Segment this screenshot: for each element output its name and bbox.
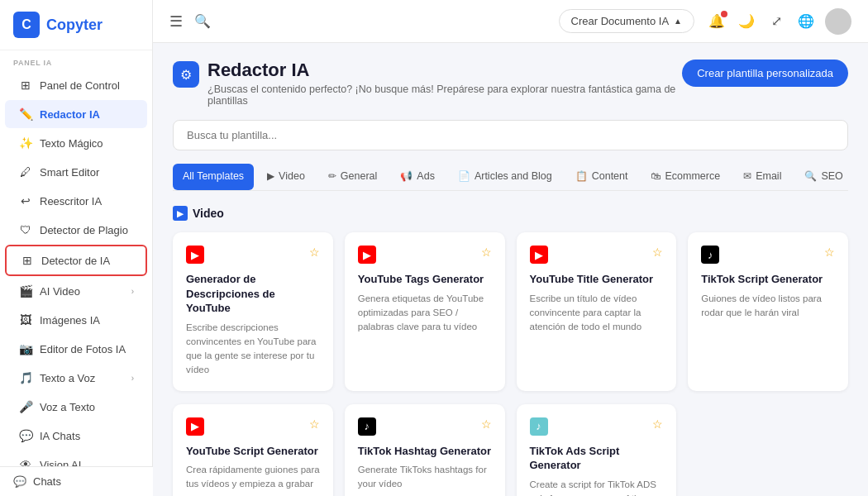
card-desc-tiktok-script: Guiones de vídeo listos para rodar que l… [701, 292, 835, 321]
topbar-search-icon[interactable]: 🔍 [194, 13, 211, 29]
sidebar-label-ia-chats: IA Chats [40, 430, 134, 442]
sidebar-items: ⊞ Panel de Control ✏️ Redactor IA ✨ Text… [0, 70, 152, 479]
card-tiktok-script[interactable]: ♪ ☆ TikTok Script Generator Guiones de v… [688, 232, 848, 391]
user-avatar[interactable] [825, 8, 851, 35]
sidebar-icon-ia-chats: 💬 [18, 428, 33, 443]
sidebar-item-texto-magico[interactable]: ✨ Texto Mágico [5, 129, 147, 157]
sidebar-icon-texto-voz: 🎵 [18, 370, 33, 385]
star-icon-yt-desc[interactable]: ☆ [309, 246, 320, 259]
sidebar-label-texto-magico: Texto Mágico [40, 137, 134, 150]
sidebar-label-editor-fotos: Editor de Fotos IA [40, 343, 134, 355]
sidebar: C Copyter PANEL IA ⊞ Panel de Control ✏️… [0, 0, 153, 496]
cards-row2: ▶ ☆ YouTube Script Generator Crea rápida… [173, 404, 848, 496]
tab-email[interactable]: ✉ Email [733, 164, 791, 190]
tabs-container: All Templates ▶ Video ✏ General 📢 Ads 📄 … [173, 164, 848, 191]
sidebar-item-detector-plagio[interactable]: 🛡 Detector de Plagio [5, 216, 147, 244]
notifications-button[interactable]: 🔔 [703, 7, 731, 36]
tab-ecommerce[interactable]: 🛍 Ecommerce [641, 164, 730, 190]
sidebar-icon-redactor-ia: ✏️ [18, 107, 33, 122]
card-yt-script[interactable]: ▶ ☆ YouTube Script Generator Crea rápida… [173, 404, 333, 496]
sidebar-item-smart-editor[interactable]: 🖊 Smart Editor [5, 158, 147, 186]
tab-label-ads: Ads [417, 170, 435, 182]
arrow-icon-ai-video: › [131, 287, 134, 296]
sidebar-item-imagenes-ia[interactable]: 🖼 Imágenes IA [5, 306, 147, 334]
sidebar-icon-panel-control: ⊞ [18, 78, 33, 93]
star-icon-yt-tags[interactable]: ☆ [481, 246, 492, 259]
star-icon-tiktok-ads[interactable]: ☆ [652, 417, 663, 431]
crear-plantilla-button[interactable]: Crear plantilla personalizada [682, 60, 848, 87]
card-tiktok-ads[interactable]: ♪ ☆ TikTok Ads Script Generator Create a… [517, 404, 677, 496]
sidebar-item-voz-texto[interactable]: 🎤 Voz a Texto [5, 393, 147, 421]
tab-articles[interactable]: 📄 Articles and Blog [448, 164, 562, 190]
sidebar-label-detector-plagio: Detector de Plagio [40, 224, 134, 236]
tab-icon-video: ▶ [267, 170, 274, 182]
sidebar-item-ai-video[interactable]: 🎬 AI Video › [5, 277, 147, 305]
card-tiktok-hashtag[interactable]: ♪ ☆ TikTok Hashtag Generator Generate Ti… [345, 404, 505, 496]
platform-icon-yt-script: ▶ [186, 417, 204, 436]
card-title-tiktok-ads: TikTok Ads Script Generator [530, 444, 664, 473]
tab-icon-general: ✏ [328, 170, 336, 182]
chats-tab[interactable]: 💬 Chats [0, 466, 153, 496]
card-header-yt-script: ▶ ☆ [186, 417, 320, 436]
content: ⚙ Redactor IA ¿Buscas el contenido perfe… [153, 43, 868, 496]
card-title-tiktok-script: TikTok Script Generator [701, 272, 835, 287]
star-icon-tiktok-script[interactable]: ☆ [824, 246, 835, 259]
fullscreen-button[interactable]: ⤢ [762, 7, 790, 36]
redactor-info: Redactor IA ¿Buscas el contenido perfect… [207, 60, 682, 107]
card-title-yt-desc: Generador de Descripciones de YouTube [186, 272, 320, 316]
star-icon-tiktok-hashtag[interactable]: ☆ [481, 417, 492, 431]
create-doc-button[interactable]: Crear Documento IA ▲ [559, 9, 694, 33]
sidebar-item-editor-fotos[interactable]: 📷 Editor de Fotos IA [5, 335, 147, 363]
sidebar-logo: C Copyter [0, 0, 152, 50]
star-icon-yt-script[interactable]: ☆ [309, 417, 320, 431]
tab-ads[interactable]: 📢 Ads [390, 164, 445, 190]
sidebar-label-imagenes-ia: Imágenes IA [40, 314, 134, 327]
card-title-tiktok-hashtag: TikTok Hashtag Generator [358, 444, 492, 459]
video-section-icon: ▶ [173, 206, 188, 221]
chats-icon: 💬 [13, 475, 26, 488]
sidebar-item-panel-control[interactable]: ⊞ Panel de Control [5, 71, 147, 99]
sidebar-icon-ai-video: 🎬 [18, 284, 33, 298]
redactor-header: ⚙ Redactor IA ¿Buscas el contenido perfe… [173, 60, 848, 107]
card-yt-desc[interactable]: ▶ ☆ Generador de Descripciones de YouTub… [173, 232, 333, 391]
search-input[interactable] [187, 129, 834, 141]
menu-icon[interactable]: ☰ [169, 12, 183, 31]
sidebar-icon-detector-plagio: 🛡 [18, 222, 33, 237]
sidebar-item-detector-ia[interactable]: ⊞ Detector de IA [5, 245, 147, 276]
tab-seo[interactable]: 🔍 SEO [794, 164, 848, 190]
tab-label-general: General [341, 170, 377, 182]
platform-icon-tiktok-ads: ♪ [530, 417, 548, 436]
sidebar-item-redactor-ia[interactable]: ✏️ Redactor IA [5, 100, 147, 128]
card-yt-title[interactable]: ▶ ☆ YouTube Title Generator Escribe un t… [517, 232, 677, 391]
tab-general[interactable]: ✏ General [318, 164, 387, 190]
tab-label-ecommerce: Ecommerce [665, 170, 720, 182]
video-section-label: Video [193, 207, 224, 220]
star-icon-yt-title[interactable]: ☆ [652, 246, 663, 259]
tab-content[interactable]: 📋 Content [565, 164, 638, 190]
card-desc-yt-tags: Genera etiquetas de YouTube optimizadas … [358, 292, 492, 335]
moon-icon-button[interactable]: 🌙 [732, 7, 761, 36]
chats-label: Chats [33, 475, 61, 488]
platform-icon-yt-desc: ▶ [186, 246, 204, 264]
tab-video[interactable]: ▶ Video [257, 164, 315, 190]
card-title-yt-title: YouTube Title Generator [530, 272, 664, 287]
card-title-yt-tags: YouTube Tags Generator [358, 272, 492, 287]
tab-all[interactable]: All Templates [173, 164, 254, 190]
sidebar-item-texto-voz[interactable]: 🎵 Texto a Voz › [5, 364, 147, 392]
sidebar-section-label: PANEL IA [0, 50, 152, 70]
tab-label-video: Video [279, 170, 305, 182]
tab-label-all: All Templates [183, 170, 244, 182]
sidebar-item-ia-chats[interactable]: 💬 IA Chats [5, 422, 147, 450]
platform-icon-tiktok-hashtag: ♪ [358, 417, 376, 436]
notification-badge [721, 11, 727, 17]
redactor-title: Redactor IA [207, 60, 682, 81]
tab-label-articles: Articles and Blog [475, 170, 552, 182]
sidebar-item-reescritor-ia[interactable]: ↩ Reescritor IA [5, 187, 147, 215]
card-desc-yt-script: Crea rápidamente guiones para tus vídeos… [186, 463, 320, 492]
sidebar-icon-texto-magico: ✨ [18, 136, 33, 150]
language-button[interactable]: 🌐 [792, 7, 820, 36]
main: ☰ 🔍 Crear Documento IA ▲ 🔔 🌙 ⤢ 🌐 ⚙ Redac… [153, 0, 868, 496]
card-yt-tags[interactable]: ▶ ☆ YouTube Tags Generator Genera etique… [345, 232, 505, 391]
video-section-title: ▶ Video [173, 206, 848, 221]
tab-icon-ecommerce: 🛍 [651, 170, 661, 182]
